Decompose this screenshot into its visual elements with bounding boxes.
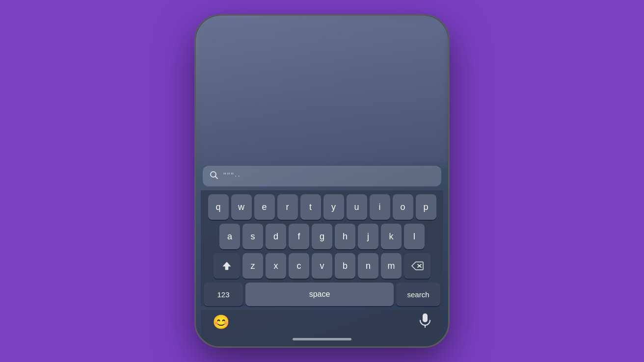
key-x[interactable]: x xyxy=(266,253,286,279)
key-v[interactable]: v xyxy=(312,253,332,279)
keyboard-row-1: q w e r t y u i o p xyxy=(204,194,440,220)
key-j[interactable]: j xyxy=(358,224,378,249)
key-o[interactable]: o xyxy=(393,194,413,220)
shift-key[interactable] xyxy=(214,253,240,279)
key-u[interactable]: u xyxy=(347,194,367,220)
key-a[interactable]: a xyxy=(219,224,240,249)
search-input-cursor: """·· xyxy=(223,172,241,181)
key-t[interactable]: t xyxy=(300,194,321,220)
svg-rect-4 xyxy=(423,313,428,322)
key-s[interactable]: s xyxy=(242,224,263,249)
key-q[interactable]: q xyxy=(208,194,229,220)
microphone-icon[interactable] xyxy=(419,313,431,331)
key-g[interactable]: g xyxy=(312,224,332,249)
blurred-background xyxy=(196,16,448,164)
keyboard-row-2: a s d f g h j k l xyxy=(204,224,440,249)
key-f[interactable]: f xyxy=(289,224,309,249)
keyboard-body: q w e r t y u i o p a s d f g xyxy=(201,190,443,306)
key-c[interactable]: c xyxy=(289,253,309,279)
keyboard-area: """·· q w e r t y u i o p xyxy=(196,166,448,346)
phone-screen: """·· q w e r t y u i o p xyxy=(196,16,448,346)
numbers-key[interactable]: 123 xyxy=(204,283,243,306)
key-d[interactable]: d xyxy=(266,224,286,249)
keyboard-row-4: 123 space search xyxy=(204,283,440,306)
key-i[interactable]: i xyxy=(370,194,390,220)
key-y[interactable]: y xyxy=(323,194,344,220)
key-e[interactable]: e xyxy=(254,194,275,220)
key-p[interactable]: p xyxy=(416,194,436,220)
home-indicator-area xyxy=(201,335,443,346)
svg-line-1 xyxy=(215,177,218,179)
home-bar xyxy=(293,338,351,340)
space-key[interactable]: space xyxy=(245,283,394,306)
key-r[interactable]: r xyxy=(277,194,298,220)
bottom-bar: 😊 xyxy=(201,310,443,335)
key-n[interactable]: n xyxy=(358,253,378,279)
delete-key[interactable] xyxy=(404,253,430,279)
emoji-icon[interactable]: 😊 xyxy=(213,314,230,330)
key-l[interactable]: l xyxy=(404,224,425,249)
keyboard-row-3: z x c v b n m xyxy=(204,253,440,279)
key-m[interactable]: m xyxy=(381,253,402,279)
key-b[interactable]: b xyxy=(335,253,355,279)
search-key[interactable]: search xyxy=(396,283,440,306)
key-h[interactable]: h xyxy=(335,224,355,249)
search-bar[interactable]: """·· xyxy=(203,166,441,186)
key-z[interactable]: z xyxy=(242,253,263,279)
search-icon xyxy=(210,171,218,181)
phone-frame: """·· q w e r t y u i o p xyxy=(194,14,450,348)
key-w[interactable]: w xyxy=(231,194,252,220)
key-k[interactable]: k xyxy=(381,224,402,249)
